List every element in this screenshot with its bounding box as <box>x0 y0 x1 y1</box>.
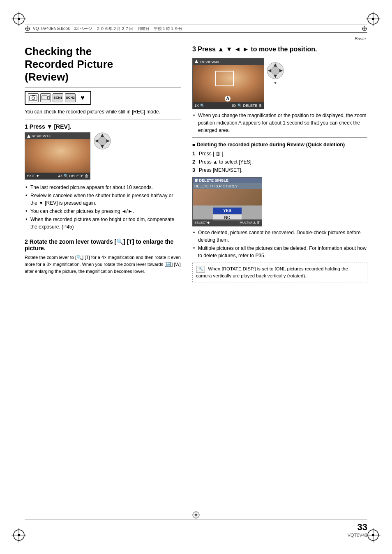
delete-topbar: 🗑 DELETE SINGLE <box>193 178 262 183</box>
footer: 33 VQT0V40 <box>25 519 367 538</box>
step1-screen-wrapper: REVIEW1X EXIT ▼ 4X 🔍 DELETE 🗑 <box>25 132 181 181</box>
deletion-step-2: 2Press ▲ to select [YES]. <box>192 158 367 166</box>
basic-label: Basic <box>355 36 366 41</box>
delete-preview-img <box>193 189 262 205</box>
deletion-bullet-2: Multiple pictures or all the pictures ca… <box>192 245 367 259</box>
screen1-bottom: EXIT ▼ 4X 🔍 DELETE 🗑 <box>25 173 90 179</box>
bullet-2: Review is canceled when the shutter butt… <box>25 192 181 207</box>
nav-cross-step3 <box>267 62 284 79</box>
svg-rect-22 <box>30 96 37 101</box>
deletion-step-3: 3Press [MENU/SET]. <box>192 166 367 174</box>
deletion-divider <box>192 137 367 138</box>
note-box: 🔧 When [ROTATE DISP.] is set to [ON], pi… <box>192 263 367 283</box>
nav-cross-step1 <box>94 132 111 150</box>
scn2-icon: SCN2 <box>65 93 76 102</box>
bullet-4: When the recorded pictures are too brigh… <box>25 216 181 231</box>
bullet-1: The last recorded picture appears for ab… <box>25 184 181 191</box>
screen3-label: REVIEW4X <box>193 58 264 65</box>
step1-heading: 1 Press ▼ [REV]. <box>25 123 181 130</box>
page-title: Checking the Recorded Picture (Review) <box>25 45 181 84</box>
corner-mark-br <box>366 528 380 542</box>
mode-icons: SCN1 SCN2 ♥ <box>25 91 91 105</box>
svg-rect-24 <box>32 95 35 96</box>
corner-mark-tl <box>12 12 26 26</box>
step3-camera-screen: REVIEW4X A 1X 🔍 8X 🔍 DELETE 🗑 <box>192 58 264 109</box>
deletion-bullets: Once deleted, pictures cannot be recover… <box>192 229 367 259</box>
svg-point-29 <box>98 137 106 145</box>
zoom-box <box>215 71 234 86</box>
step1-bullets: The last recorded picture appears for ab… <box>25 184 181 231</box>
heart-icon: ♥ <box>77 93 88 102</box>
screen1-label: REVIEW1X <box>25 133 90 139</box>
svg-marker-26 <box>47 96 49 100</box>
step2-body: Rotate the zoom lever to [🔍] [T] for a 4… <box>25 254 181 275</box>
svg-marker-34 <box>195 60 198 63</box>
step3-bullet-1: When you change the magnification or the… <box>192 112 367 134</box>
step1-camera-screen: REVIEW1X EXIT ▼ 4X 🔍 DELETE 🗑 <box>25 132 90 180</box>
svg-point-36 <box>271 67 279 75</box>
footer-center-cross <box>192 511 200 519</box>
header-text: VQT0V40ENG.book 33 ページ ２０６年２月２７日 月曜日 午後１… <box>33 26 359 32</box>
screen1-face <box>25 139 90 173</box>
svg-point-23 <box>32 97 35 99</box>
scn1-icon: SCN1 <box>53 93 63 102</box>
step3-bullets: When you change the magnification or the… <box>192 112 367 134</box>
footer-right: 33 VQT0V40 <box>348 522 367 538</box>
svg-point-7 <box>372 18 374 20</box>
product-code: VQT0V40 <box>348 533 367 538</box>
corner-mark-bl <box>12 528 26 542</box>
header-bar: VQT0V40ENG.book 33 ページ ２０６年２月２７日 月曜日 午後１… <box>25 25 367 33</box>
zoom-letter: A <box>225 96 231 102</box>
delete-menu-screen: 🗑 DELETE SINGLE DELETE THIS PICTURE? YES… <box>192 177 262 226</box>
main-content: Checking the Recorded Picture (Review) S… <box>25 45 367 521</box>
deletion-steps: 1Press [ 🗑 ]. 2Press ▲ to select [YES]. … <box>192 150 367 174</box>
right-column: 3 Press ▲ ▼ ◄ ► to move the position. RE… <box>192 45 367 282</box>
corner-mark-tr <box>366 12 380 26</box>
note-icon: 🔧 <box>196 266 205 272</box>
note-text: When [ROTATE DISP.] is set to [ON], pict… <box>196 266 348 278</box>
two-column-layout: Checking the Recorded Picture (Review) S… <box>25 45 367 282</box>
camera-icon <box>28 93 39 102</box>
svg-point-11 <box>18 534 20 536</box>
svg-point-3 <box>18 18 20 20</box>
step3-heading: 3 Press ▲ ▼ ◄ ► to move the position. <box>192 45 367 54</box>
step2-heading: 2 Rotate the zoom lever towards [🔍] [T] … <box>25 238 181 252</box>
svg-rect-25 <box>42 96 47 100</box>
screen3-bottom: 1X 🔍 8X 🔍 DELETE 🗑 <box>193 102 264 109</box>
svg-point-15 <box>372 534 374 536</box>
delete-bottombar: SELECT◆ MULTI/ALL 🗑 <box>193 219 262 226</box>
step3-screen-wrapper: REVIEW4X A 1X 🔍 8X 🔍 DELETE 🗑 <box>192 58 367 109</box>
step1-divider <box>25 120 181 120</box>
deletion-step-1: 1Press [ 🗑 ]. <box>192 150 367 157</box>
svg-point-44 <box>195 514 197 516</box>
bullet-3: You can check other pictures by pressing… <box>25 208 181 215</box>
step2-divider <box>25 234 181 234</box>
deletion-bullet-1: Once deleted, pictures cannot be recover… <box>192 229 367 244</box>
deletion-heading: Deleting the recorded picture during Rev… <box>192 142 367 148</box>
intro-text: You can check the recorded pictures whil… <box>25 108 181 115</box>
title-divider <box>25 87 181 88</box>
left-column: Checking the Recorded Picture (Review) S… <box>25 45 181 282</box>
svg-marker-27 <box>27 134 30 138</box>
delete-yes: YES <box>213 208 242 214</box>
page-number: 33 <box>348 522 367 533</box>
video-icon <box>40 93 51 102</box>
delete-question: DELETE THIS PICTURE? <box>193 183 262 189</box>
